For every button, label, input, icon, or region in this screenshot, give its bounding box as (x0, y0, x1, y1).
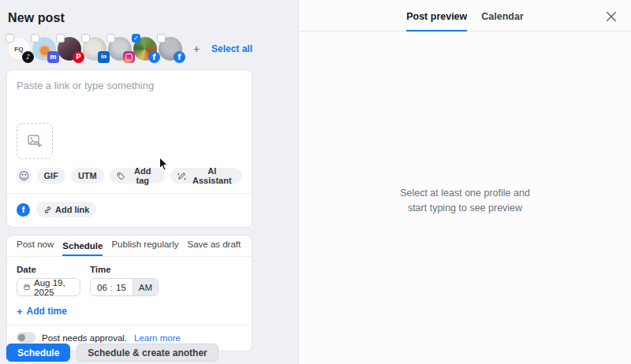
utm-button[interactable]: UTM (71, 168, 104, 184)
facebook-badge-icon: f (174, 51, 185, 63)
add-tag-label: Add tag (128, 166, 158, 185)
channel-checkbox[interactable] (31, 34, 39, 43)
schedule-button[interactable]: Schedule (6, 344, 70, 362)
channel-avatar-facebook[interactable]: f (159, 37, 182, 61)
meridiem-selector[interactable]: AM (133, 279, 158, 295)
minute-value[interactable]: 15 (116, 283, 126, 292)
channel-selector-row: FQ ♪ m P in ✓ f f + Select all (7, 35, 252, 62)
hour-value[interactable]: 06 (97, 283, 107, 292)
approval-label: Post needs approval. (42, 333, 127, 343)
channel-avatar-tiktok[interactable]: FQ ♪ (7, 37, 31, 61)
avatar-initials: FQ (14, 46, 24, 53)
pinterest-badge-icon: P (73, 51, 84, 63)
channel-checkbox[interactable] (106, 34, 115, 43)
date-value: Aug 19, 2025 (34, 278, 73, 297)
close-icon (606, 11, 617, 22)
facebook-badge-icon: f (148, 51, 160, 63)
calendar-icon (24, 283, 30, 292)
select-all-link[interactable]: Select all (211, 43, 252, 54)
preview-empty-state: Select at least one profile and start ty… (299, 186, 631, 217)
channel-checkbox[interactable] (6, 34, 14, 43)
add-tag-button[interactable]: Add tag (110, 168, 165, 184)
add-link-button[interactable]: Add link (36, 202, 96, 217)
close-button[interactable] (604, 9, 618, 24)
composer-card: Paste a link or type something ☺ GIF UTM (6, 69, 252, 228)
scheduling-card: Post now Schedule Publish regularly Save… (6, 235, 252, 351)
linkedin-badge-icon: in (98, 51, 110, 63)
tag-icon (117, 172, 125, 180)
preview-panel: Post preview Calendar Select at least on… (298, 0, 631, 364)
composer-panel: New post FQ ♪ m P in ✓ f f + Select all (0, 0, 298, 364)
add-time-button[interactable]: + Add time (17, 306, 67, 317)
tiktok-badge-icon: ♪ (22, 51, 34, 63)
time-colon: : (110, 283, 113, 292)
toggle-knob (18, 334, 25, 341)
date-picker-input[interactable]: Aug 19, 2025 (17, 278, 80, 296)
empty-state-line-1: Select at least one profile and (299, 186, 631, 201)
link-icon (43, 206, 52, 214)
approval-toggle[interactable] (17, 332, 35, 343)
ai-pencil-icon (177, 171, 186, 180)
add-channel-button[interactable]: + (190, 42, 203, 56)
plus-icon: + (17, 306, 23, 317)
learn-more-link[interactable]: Learn more (134, 333, 181, 343)
tab-schedule[interactable]: Schedule (62, 241, 103, 256)
channel-checkbox[interactable] (157, 34, 166, 43)
add-time-label: Add time (27, 306, 67, 317)
tab-calendar[interactable]: Calendar (481, 0, 524, 32)
gif-button[interactable]: GIF (37, 168, 65, 184)
channel-avatar-facebook[interactable]: ✓ f (133, 37, 157, 61)
time-value[interactable]: 06 : 15 (91, 279, 133, 295)
channel-checkbox[interactable] (81, 34, 90, 43)
date-label: Date (17, 265, 90, 274)
facebook-icon: f (17, 203, 30, 217)
channel-avatar-pinterest[interactable]: P (58, 37, 81, 61)
channel-checkbox[interactable] (56, 34, 65, 43)
post-text-input[interactable]: Paste a link or type something (17, 80, 242, 91)
mastodon-badge-icon: m (47, 51, 59, 63)
footer-actions: Schedule Schedule & create another (6, 344, 218, 362)
instagram-badge-icon (123, 51, 135, 63)
scheduling-tabs: Post now Schedule Publish regularly Save… (7, 236, 252, 257)
ai-assistant-button[interactable]: AI Assistant (170, 168, 242, 184)
channel-checkbox[interactable]: ✓ (132, 34, 140, 43)
tab-save-as-draft[interactable]: Save as draft (187, 240, 241, 256)
emoji-icon: ☺ (18, 171, 29, 181)
tab-post-now[interactable]: Post now (17, 240, 54, 256)
add-link-label: Add link (55, 205, 89, 214)
preview-header: Post preview Calendar (299, 0, 631, 32)
tab-post-preview[interactable]: Post preview (406, 0, 467, 32)
add-image-icon (27, 133, 43, 149)
ai-assistant-label: AI Assistant (189, 166, 235, 185)
composer-toolbar: ☺ GIF UTM Add tag AI Assistant (17, 168, 242, 193)
tab-publish-regularly[interactable]: Publish regularly (111, 240, 178, 256)
channel-avatar-instagram[interactable] (108, 37, 132, 61)
channel-avatar-mastodon[interactable]: m (32, 37, 56, 61)
time-picker-input[interactable]: 06 : 15 AM (90, 278, 159, 296)
emoji-picker-button[interactable]: ☺ (17, 168, 32, 184)
facebook-attachment-row: f Add link (7, 194, 252, 227)
time-label: Time (90, 265, 111, 274)
media-upload-dropzone[interactable] (17, 123, 53, 159)
schedule-and-create-another-button[interactable]: Schedule & create another (77, 344, 218, 362)
new-post-dialog: New post FQ ♪ m P in ✓ f f + Select all (0, 0, 631, 364)
page-title: New post (8, 11, 298, 25)
channel-avatar-linkedin[interactable]: in (83, 37, 106, 61)
empty-state-line-2: start typing to see preview (299, 201, 631, 216)
